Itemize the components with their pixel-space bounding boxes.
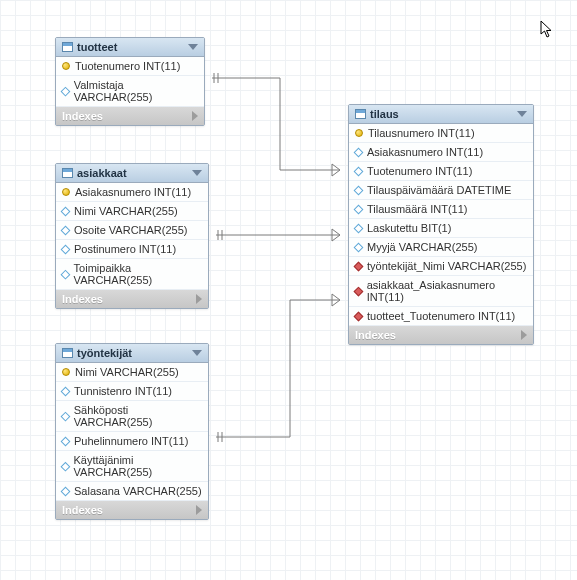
column-label: tuotteet_Tuotenumero INT(11) xyxy=(367,310,515,322)
indexes-footer[interactable]: Indexes xyxy=(56,290,208,308)
column-label: Tunnistenro INT(11) xyxy=(74,385,172,397)
column-label: Puhelinnumero INT(11) xyxy=(74,435,188,447)
column-label: Käyttäjänimi VARCHAR(255) xyxy=(74,454,202,478)
diamond-icon xyxy=(61,244,71,254)
diamond-icon xyxy=(61,86,71,96)
column-row[interactable]: Käyttäjänimi VARCHAR(255) xyxy=(56,451,208,482)
column-row[interactable]: Salasana VARCHAR(255) xyxy=(56,482,208,501)
column-row[interactable]: Tuotenumero INT(11) xyxy=(56,57,204,76)
column-row[interactable]: Tunnistenro INT(11) xyxy=(56,382,208,401)
fk-icon xyxy=(354,286,364,296)
chevron-right-icon xyxy=(196,505,202,515)
table-header[interactable]: asiakkaat xyxy=(56,164,208,183)
column-label: Postinumero INT(11) xyxy=(74,243,176,255)
column-row[interactable]: asiakkaat_Asiakasnumero INT(11) xyxy=(349,276,533,307)
column-label: työntekijät_Nimi VARCHAR(255) xyxy=(367,260,526,272)
column-label: Toimipaikka VARCHAR(255) xyxy=(74,262,202,286)
table-header[interactable]: tuotteet xyxy=(56,38,204,57)
column-label: Nimi VARCHAR(255) xyxy=(75,366,179,378)
table-tilaus[interactable]: tilaus Tilausnumero INT(11) Asiakasnumer… xyxy=(348,104,534,345)
column-label: Valmistaja VARCHAR(255) xyxy=(74,79,198,103)
table-icon xyxy=(62,42,73,52)
column-label: Tuotenumero INT(11) xyxy=(367,165,472,177)
column-row[interactable]: Valmistaja VARCHAR(255) xyxy=(56,76,204,107)
column-label: Tilauspäivämäärä DATETIME xyxy=(367,184,511,196)
column-label: Tilausmäärä INT(11) xyxy=(367,203,467,215)
table-title: tuotteet xyxy=(77,41,184,53)
column-label: Myyjä VARCHAR(255) xyxy=(367,241,477,253)
chevron-down-icon xyxy=(188,44,198,50)
diamond-icon xyxy=(61,206,71,216)
diamond-icon xyxy=(61,411,71,421)
column-row[interactable]: Tuotenumero INT(11) xyxy=(349,162,533,181)
column-row[interactable]: tuotteet_Tuotenumero INT(11) xyxy=(349,307,533,326)
indexes-footer[interactable]: Indexes xyxy=(349,326,533,344)
column-row[interactable]: Tilauspäivämäärä DATETIME xyxy=(349,181,533,200)
column-row[interactable]: Laskutettu BIT(1) xyxy=(349,219,533,238)
diamond-icon xyxy=(61,386,71,396)
diamond-icon xyxy=(354,242,364,252)
table-icon xyxy=(62,348,73,358)
diamond-icon xyxy=(60,461,70,471)
column-row[interactable]: Myyjä VARCHAR(255) xyxy=(349,238,533,257)
column-row[interactable]: Toimipaikka VARCHAR(255) xyxy=(56,259,208,290)
column-row[interactable]: Osoite VARCHAR(255) xyxy=(56,221,208,240)
key-icon xyxy=(62,368,70,376)
column-row[interactable]: Nimi VARCHAR(255) xyxy=(56,363,208,382)
table-header[interactable]: tilaus xyxy=(349,105,533,124)
column-row[interactable]: työntekijät_Nimi VARCHAR(255) xyxy=(349,257,533,276)
fk-icon xyxy=(354,261,364,271)
column-label: Tuotenumero INT(11) xyxy=(75,60,180,72)
chevron-right-icon xyxy=(521,330,527,340)
column-label: Tilausnumero INT(11) xyxy=(368,127,475,139)
column-label: asiakkaat_Asiakasnumero INT(11) xyxy=(367,279,527,303)
table-title: asiakkaat xyxy=(77,167,188,179)
fk-icon xyxy=(354,311,364,321)
chevron-down-icon xyxy=(517,111,527,117)
diamond-icon xyxy=(60,269,70,279)
table-tuotteet[interactable]: tuotteet Tuotenumero INT(11) Valmistaja … xyxy=(55,37,205,126)
column-row[interactable]: Tilausmäärä INT(11) xyxy=(349,200,533,219)
table-asiakkaat[interactable]: asiakkaat Asiakasnumero INT(11) Nimi VAR… xyxy=(55,163,209,309)
column-label: Asiakasnumero INT(11) xyxy=(75,186,191,198)
column-row[interactable]: Asiakasnumero INT(11) xyxy=(349,143,533,162)
column-label: Sähköposti VARCHAR(255) xyxy=(74,404,202,428)
diamond-icon xyxy=(354,185,364,195)
column-label: Osoite VARCHAR(255) xyxy=(74,224,188,236)
column-label: Asiakasnumero INT(11) xyxy=(367,146,483,158)
table-title: tilaus xyxy=(370,108,513,120)
column-row[interactable]: Postinumero INT(11) xyxy=(56,240,208,259)
indexes-footer[interactable]: Indexes xyxy=(56,107,204,125)
column-label: Nimi VARCHAR(255) xyxy=(74,205,178,217)
column-label: Laskutettu BIT(1) xyxy=(367,222,451,234)
diamond-icon xyxy=(354,223,364,233)
table-tyontekijat[interactable]: työntekijät Nimi VARCHAR(255) Tunnistenr… xyxy=(55,343,209,520)
diamond-icon xyxy=(354,147,364,157)
key-icon xyxy=(62,188,70,196)
chevron-down-icon xyxy=(192,170,202,176)
column-label: Salasana VARCHAR(255) xyxy=(74,485,202,497)
table-title: työntekijät xyxy=(77,347,188,359)
column-row[interactable]: Tilausnumero INT(11) xyxy=(349,124,533,143)
column-row[interactable]: Puhelinnumero INT(11) xyxy=(56,432,208,451)
table-icon xyxy=(62,168,73,178)
diamond-icon xyxy=(354,166,364,176)
indexes-footer[interactable]: Indexes xyxy=(56,501,208,519)
diamond-icon xyxy=(354,204,364,214)
diamond-icon xyxy=(61,225,71,235)
chevron-right-icon xyxy=(192,111,198,121)
column-row[interactable]: Nimi VARCHAR(255) xyxy=(56,202,208,221)
chevron-right-icon xyxy=(196,294,202,304)
column-row[interactable]: Sähköposti VARCHAR(255) xyxy=(56,401,208,432)
key-icon xyxy=(62,62,70,70)
table-icon xyxy=(355,109,366,119)
key-icon xyxy=(355,129,363,137)
table-header[interactable]: työntekijät xyxy=(56,344,208,363)
diamond-icon xyxy=(61,436,71,446)
column-row[interactable]: Asiakasnumero INT(11) xyxy=(56,183,208,202)
chevron-down-icon xyxy=(192,350,202,356)
diamond-icon xyxy=(61,486,71,496)
